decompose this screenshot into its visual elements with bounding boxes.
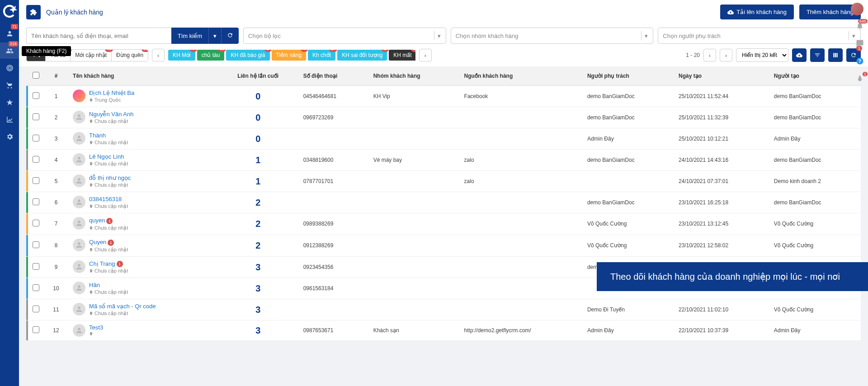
filter-select[interactable]: Chọn bộ lọc▾ bbox=[243, 28, 446, 44]
row-checkbox[interactable] bbox=[33, 198, 39, 205]
row-checkbox[interactable] bbox=[33, 156, 39, 163]
column-header[interactable]: Tên khách hàng bbox=[68, 66, 217, 86]
column-header[interactable]: # bbox=[44, 66, 68, 86]
row-checkbox[interactable] bbox=[33, 92, 39, 99]
customer-name[interactable]: Hân bbox=[89, 282, 100, 288]
nav-star-icon[interactable] bbox=[0, 94, 19, 110]
filter-row: Tìm kiếm ▾ Chọn bộ lọc▾ Chọn nhóm khách … bbox=[19, 24, 868, 46]
customer-name[interactable]: Địch Lệ Nhiệt Ba bbox=[89, 89, 134, 96]
customer-name[interactable]: đỗ thị như ngọc bbox=[89, 174, 131, 181]
row-checkbox[interactable] bbox=[33, 306, 39, 312]
status-tag[interactable]: Tiềm năng4 bbox=[272, 50, 307, 61]
customer-name[interactable]: Nguyễn Văn Anh bbox=[89, 111, 133, 118]
column-header[interactable]: Người tạo bbox=[769, 66, 861, 86]
status-tag[interactable]: chủ tàu38 bbox=[197, 50, 225, 61]
nav-user-icon[interactable]: 71 bbox=[0, 25, 19, 42]
contact-count: 2 bbox=[255, 219, 260, 229]
table-row[interactable]: 1Địch Lệ Nhiệt BaTrung Quốc004546464681K… bbox=[26, 86, 861, 107]
row-checkbox[interactable] bbox=[33, 177, 39, 184]
pagination: 1 - 20 ‹ › Hiển thị 20 kết 1 bbox=[686, 48, 861, 62]
customer-name[interactable]: Test3 bbox=[89, 324, 103, 331]
customer-name[interactable]: Chị Trang bbox=[89, 260, 115, 267]
column-header[interactable]: Nguồn khách hàng bbox=[460, 66, 583, 86]
status-tag[interactable]: KH đã báo giá2 bbox=[226, 50, 269, 61]
scroll-right-button[interactable]: › bbox=[419, 49, 432, 61]
upload-button[interactable]: Tải lên khách hàng bbox=[720, 5, 794, 19]
customer-name[interactable]: 0384156318 bbox=[89, 196, 122, 202]
row-checkbox[interactable] bbox=[33, 135, 39, 141]
assignee-select[interactable]: Chọn người phụ trách▾ bbox=[658, 28, 861, 44]
status-tag[interactable]: KH sai đối tượng2 bbox=[337, 50, 387, 61]
status-tag[interactable]: Kh chốt27 bbox=[308, 50, 335, 61]
display-count-select[interactable]: Hiển thị 20 kết bbox=[736, 48, 788, 62]
status-tag[interactable]: KH Mới7 bbox=[168, 50, 195, 61]
table-row[interactable]: 3ThànhChưa cập nhật0Admin Đây25/10/2021 … bbox=[26, 128, 861, 150]
customer-name[interactable]: quyen bbox=[89, 217, 105, 224]
logo[interactable] bbox=[2, 4, 17, 19]
table-row[interactable]: 7quyen1Chưa cập nhật20989388269Võ Quốc C… bbox=[26, 213, 861, 235]
prev-page-button[interactable]: ‹ bbox=[703, 49, 716, 61]
column-header[interactable]: Liên hệ lần cuối bbox=[217, 66, 299, 86]
group-select[interactable]: Chọn nhóm khách hàng▾ bbox=[451, 28, 654, 44]
row-checkbox[interactable] bbox=[33, 241, 39, 248]
avatar bbox=[73, 196, 85, 208]
rocket-icon[interactable]: 1 bbox=[856, 75, 864, 84]
contact-count: 0 bbox=[255, 134, 260, 144]
status-tag[interactable]: KH mất1 bbox=[389, 50, 415, 61]
row-checkbox[interactable] bbox=[33, 113, 39, 120]
column-header[interactable]: Số điện thoại bbox=[299, 66, 369, 86]
search-button[interactable]: Tìm kiếm bbox=[171, 28, 208, 44]
svg-text:?: ? bbox=[859, 58, 861, 64]
column-header[interactable]: Nhóm khách hàng bbox=[369, 66, 460, 86]
customer-name[interactable]: Mã số mã vạch - Qr code bbox=[89, 303, 156, 310]
table-row[interactable]: 2Nguyễn Văn AnhChưa cập nhật00969723269d… bbox=[26, 107, 861, 128]
filter-button[interactable] bbox=[810, 48, 825, 62]
row-checkbox[interactable] bbox=[33, 220, 39, 226]
help-icon[interactable]: ? bbox=[856, 57, 864, 66]
refresh-button[interactable] bbox=[221, 28, 239, 44]
table-row[interactable]: 11Mã số mã vạch - Qr codeChưa cập nhật3D… bbox=[26, 299, 861, 320]
row-checkbox[interactable] bbox=[33, 263, 39, 270]
search-dropdown[interactable]: ▾ bbox=[208, 28, 221, 44]
table-row[interactable]: 4Lê Ngọc LinhChưa cập nhật10348819600Vé … bbox=[26, 150, 861, 171]
contact-count: 3 bbox=[255, 325, 260, 335]
sidebar: 71 216 bbox=[0, 0, 19, 386]
row-checkbox[interactable] bbox=[33, 284, 39, 291]
customer-name[interactable]: Thành bbox=[89, 132, 106, 139]
select-all-checkbox[interactable] bbox=[33, 72, 39, 79]
scroll-left-button[interactable]: ‹ bbox=[152, 49, 165, 61]
nav-chart-icon[interactable] bbox=[0, 111, 19, 127]
avatar bbox=[73, 260, 85, 273]
column-header[interactable]: Người phụ trách bbox=[583, 66, 674, 86]
chat-icon[interactable] bbox=[856, 39, 864, 49]
customer-name[interactable]: Lê Ngọc Linh bbox=[89, 153, 124, 160]
table-row[interactable]: 5đỗ thị như ngọcChưa cập nhật10787701701… bbox=[26, 171, 861, 192]
avatar bbox=[73, 282, 85, 294]
columns-button[interactable] bbox=[828, 48, 843, 62]
customer-name[interactable]: Quyen bbox=[89, 239, 106, 245]
search-input[interactable] bbox=[26, 28, 171, 44]
nav-settings-icon[interactable] bbox=[0, 128, 19, 145]
page-range: 1 - 20 bbox=[686, 52, 700, 58]
status-tags: KH Mới7chủ tàu38KH đã báo giá2Tiềm năng4… bbox=[168, 50, 415, 61]
next-page-button[interactable]: › bbox=[720, 49, 732, 61]
contact-count: 0 bbox=[255, 91, 260, 101]
view-tab[interactable]: Mới cập nhật45 bbox=[71, 50, 112, 61]
notification-icon[interactable]: 645 bbox=[856, 22, 864, 31]
nav-cart-icon[interactable] bbox=[0, 77, 19, 93]
page-title: Quản lý khách hàng bbox=[46, 9, 715, 16]
contact-count: 2 bbox=[255, 240, 260, 250]
table-row[interactable]: 60384156318Chưa cập nhật2demo BanGiamDoc… bbox=[26, 192, 861, 213]
table-row[interactable]: 8Quyen1Chưa cập nhật20912388269Võ Quốc C… bbox=[26, 235, 861, 256]
nav-target-icon[interactable] bbox=[0, 60, 19, 76]
table-row[interactable]: 12Test330987653671Khách sạnhttp://demo2.… bbox=[26, 320, 861, 341]
view-tab[interactable]: Đừng quên39 bbox=[112, 50, 148, 61]
contact-count: 2 bbox=[255, 198, 260, 207]
column-header[interactable]: Ngày tạo bbox=[674, 66, 769, 86]
banner: Theo dõi khách hàng của doanh nghiệp mọi… bbox=[597, 262, 868, 291]
user-avatar[interactable] bbox=[851, 3, 863, 15]
contact-count: 3 bbox=[255, 283, 260, 293]
row-checkbox[interactable] bbox=[33, 326, 39, 333]
download-button[interactable] bbox=[792, 48, 807, 62]
nav-customers-icon[interactable]: 216 bbox=[0, 42, 19, 59]
